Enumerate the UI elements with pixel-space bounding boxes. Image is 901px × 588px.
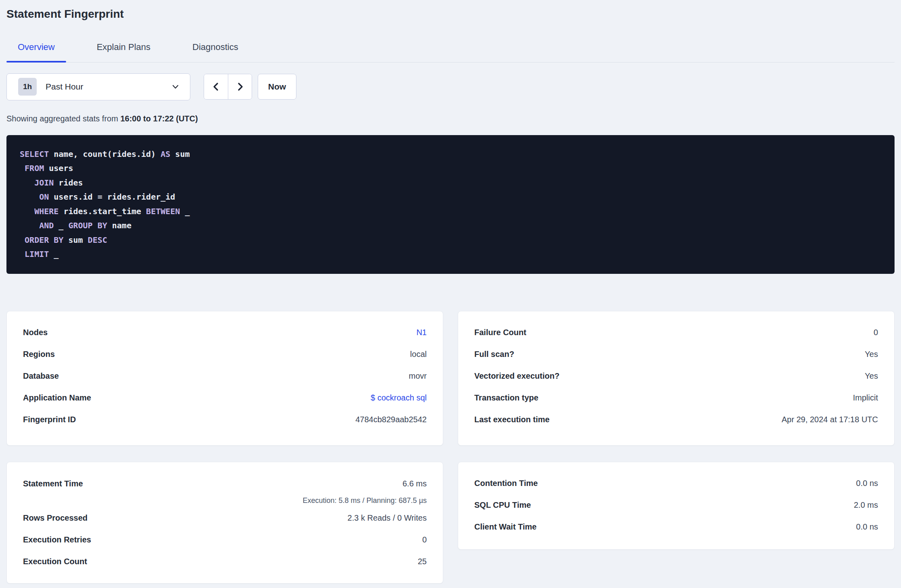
stat-value: Apr 29, 2024 at 17:18 UTC — [782, 415, 878, 424]
stat-value-link[interactable]: $ cockroach sql — [371, 393, 427, 402]
stat-row: Application Name$ cockroach sql — [23, 387, 427, 409]
sql-line: FROM users — [20, 161, 886, 176]
stat-label: Application Name — [23, 393, 91, 402]
stat-label: Database — [23, 371, 59, 381]
stat-value: 0.0 ns — [856, 522, 878, 532]
stat-label: Rows Processed — [23, 513, 88, 523]
tab-bar: OverviewExplain PlansDiagnostics — [6, 42, 895, 63]
stat-label: Vectorized execution? — [474, 371, 559, 381]
sql-statement-box: SELECT name, count(rides.id) AS sum FROM… — [6, 135, 895, 274]
stat-row: Statement Time6.6 msExecution: 5.8 ms / … — [23, 473, 427, 507]
stat-row: Transaction typeImplicit — [474, 387, 878, 409]
aggregated-stats-prefix: Showing aggregated stats from — [6, 114, 120, 123]
stat-row: Failure Count0 — [474, 322, 878, 344]
stat-label: Regions — [23, 350, 55, 359]
stat-row: Full scan?Yes — [474, 344, 878, 365]
stat-value: Yes — [865, 350, 878, 359]
stat-row: Last execution timeApr 29, 2024 at 17:18… — [474, 409, 878, 431]
sql-line: SELECT name, count(rides.id) AS sum — [20, 147, 886, 162]
sql-line: LIMIT _ — [20, 247, 886, 262]
stat-row: Vectorized execution?Yes — [474, 365, 878, 387]
now-button[interactable]: Now — [258, 74, 296, 100]
stat-value: local — [410, 350, 427, 359]
chevron-down-icon — [171, 83, 179, 91]
time-range-pager — [204, 74, 252, 100]
tab-explain-plans[interactable]: Explain Plans — [86, 42, 162, 62]
stat-value: 2.3 k Reads / 0 Writes — [348, 513, 427, 523]
stat-value: Yes — [865, 371, 878, 381]
stat-label: Execution Count — [23, 557, 87, 566]
stat-label: Client Wait Time — [474, 522, 536, 532]
next-range-button[interactable] — [228, 74, 252, 99]
stat-subvalue: Execution: 5.8 ms / Planning: 687.5 µs — [302, 494, 427, 507]
execution-attributes-card: Failure Count0Full scan?YesVectorized ex… — [458, 311, 895, 446]
wait-timing-rows: Contention Time0.0 nsSQL CPU Time2.0 msC… — [474, 473, 878, 538]
stat-label: Nodes — [23, 328, 48, 337]
chevron-left-icon — [211, 82, 221, 92]
stat-label: Statement Time — [23, 473, 83, 494]
sql-line: ORDER BY sum DESC — [20, 233, 886, 248]
sql-line: WHERE rides.start_time BETWEEN _ — [20, 204, 886, 219]
stat-value-link[interactable]: N1 — [416, 328, 427, 337]
prev-range-button[interactable] — [204, 74, 228, 99]
time-range-label: Past Hour — [46, 82, 171, 92]
stat-row: Execution Retries0 — [23, 529, 427, 551]
statement-timing-card: Statement Time6.6 msExecution: 5.8 ms / … — [6, 462, 443, 584]
stat-row: SQL CPU Time2.0 ms — [474, 494, 878, 516]
chevron-right-icon — [235, 82, 245, 92]
stat-row: Rows Processed2.3 k Reads / 0 Writes — [23, 507, 427, 529]
stat-label: Full scan? — [474, 350, 514, 359]
statement-details-rows: NodesN1RegionslocalDatabasemovrApplicati… — [23, 322, 427, 431]
stat-row: Execution Count25 — [23, 551, 427, 573]
stat-label: SQL CPU Time — [474, 500, 531, 510]
sql-line: AND _ GROUP BY name — [20, 219, 886, 233]
wait-timing-card: Contention Time0.0 nsSQL CPU Time2.0 msC… — [458, 462, 895, 550]
stat-label: Contention Time — [474, 479, 538, 488]
statement-fingerprint-page: Statement Fingerprint OverviewExplain Pl… — [0, 0, 901, 584]
stat-label: Execution Retries — [23, 535, 91, 544]
stat-value: 4784cb829aab2542 — [355, 415, 427, 424]
sql-line: ON users.id = rides.rider_id — [20, 190, 886, 204]
stat-label: Last execution time — [474, 415, 550, 424]
stat-value: 6.6 ms — [403, 473, 427, 494]
time-range-badge: 1h — [18, 78, 37, 96]
stat-row: Regionslocal — [23, 344, 427, 365]
stat-value: 25 — [418, 557, 427, 566]
page-title: Statement Fingerprint — [6, 7, 895, 21]
tab-diagnostics[interactable]: Diagnostics — [181, 42, 250, 62]
stat-value: Implicit — [853, 393, 878, 402]
stat-value: movr — [409, 371, 427, 381]
stat-value: 2.0 ms — [854, 500, 878, 510]
statement-timing-rows: Statement Time6.6 msExecution: 5.8 ms / … — [23, 473, 427, 573]
aggregated-stats-line: Showing aggregated stats from 16:00 to 1… — [6, 114, 895, 123]
aggregated-stats-range: 16:00 to 17:22 (UTC) — [120, 114, 198, 123]
stat-label: Fingerprint ID — [23, 415, 76, 424]
stat-value: 0.0 ns — [856, 479, 878, 488]
tab-overview[interactable]: Overview — [6, 42, 66, 62]
stat-label: Failure Count — [474, 328, 526, 337]
stats-cards-grid: NodesN1RegionslocalDatabasemovrApplicati… — [6, 311, 895, 584]
stat-row: Databasemovr — [23, 365, 427, 387]
execution-attributes-rows: Failure Count0Full scan?YesVectorized ex… — [474, 322, 878, 431]
stat-value: 0 — [874, 328, 878, 337]
stat-row: Fingerprint ID4784cb829aab2542 — [23, 409, 427, 431]
stat-row: Client Wait Time0.0 ns — [474, 516, 878, 538]
stat-row: NodesN1 — [23, 322, 427, 344]
stat-value: 0 — [422, 535, 427, 544]
stat-label: Transaction type — [474, 393, 538, 402]
time-range-dropdown[interactable]: 1h Past Hour — [6, 73, 190, 100]
time-controls: 1h Past Hour Now — [6, 73, 895, 100]
stat-row: Contention Time0.0 ns — [474, 473, 878, 494]
sql-line: JOIN rides — [20, 176, 886, 190]
statement-details-card: NodesN1RegionslocalDatabasemovrApplicati… — [6, 311, 443, 446]
